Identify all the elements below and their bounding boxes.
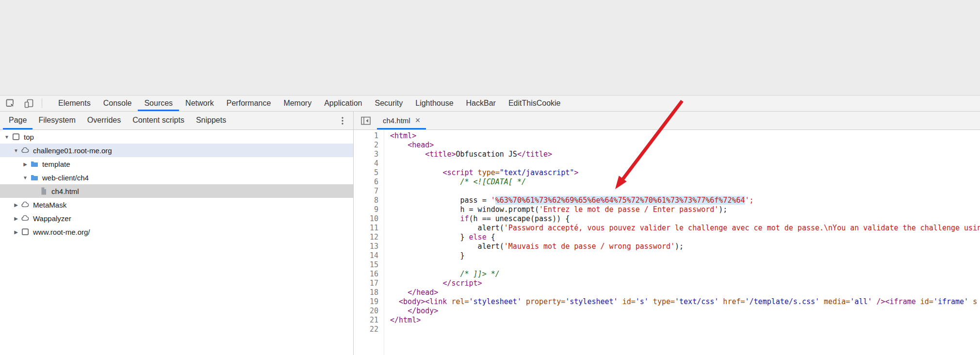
- screenshot-root: ElementsConsoleSourcesNetworkPerformance…: [0, 0, 980, 355]
- navigator-tab-page[interactable]: Page: [3, 112, 33, 129]
- device-toolbar-button[interactable]: [22, 97, 35, 110]
- line-number[interactable]: 17: [354, 279, 384, 288]
- cloud-icon: [21, 146, 30, 155]
- code-line: 8 pass = '%63%70%61%73%62%69%65%6e%64%75…: [354, 196, 980, 205]
- line-number[interactable]: 1: [354, 131, 384, 141]
- tab-performance[interactable]: Performance: [220, 96, 278, 111]
- cloud-icon: [21, 214, 30, 223]
- line-number[interactable]: 15: [354, 260, 384, 270]
- chevron-down-icon[interactable]: ▼: [21, 175, 29, 180]
- navigator-tab-overrides[interactable]: Overrides: [82, 112, 127, 129]
- sources-navigator-pane: PageFilesystemOverridesContent scriptsSn…: [0, 112, 354, 355]
- line-number[interactable]: 12: [354, 233, 384, 242]
- browser-page-background: [0, 0, 980, 95]
- code-content: 1<html>2 <head>3 <title>Obfuscation JS</…: [354, 131, 980, 334]
- tab-hackbar[interactable]: HackBar: [460, 96, 502, 111]
- line-number[interactable]: 11: [354, 224, 384, 233]
- device-toolbar-icon: [24, 98, 34, 109]
- line-number[interactable]: 13: [354, 242, 384, 251]
- inspect-element-button[interactable]: [4, 97, 16, 110]
- tree-item-www-root-me-org[interactable]: ▶www.root-me.org/: [0, 225, 353, 239]
- chevron-down-icon[interactable]: ▼: [12, 148, 20, 153]
- line-number[interactable]: 4: [354, 159, 384, 168]
- tab-console[interactable]: Console: [97, 96, 138, 111]
- editor-tab-ch4[interactable]: ch4.html ×: [377, 112, 426, 129]
- line-number[interactable]: 19: [354, 297, 384, 307]
- line-number[interactable]: 6: [354, 178, 384, 187]
- code-line-text: </body>: [384, 307, 438, 316]
- tree-item-template[interactable]: ▶template: [0, 157, 353, 171]
- chevron-down-icon[interactable]: ▼: [3, 134, 11, 140]
- code-line: 1<html>: [354, 131, 980, 141]
- line-number[interactable]: 21: [354, 316, 384, 325]
- kebab-icon: [339, 116, 346, 126]
- code-line: 21</html>: [354, 316, 980, 325]
- main-toolbar-tabs: ElementsConsoleSourcesNetworkPerformance…: [52, 96, 567, 111]
- line-number[interactable]: 5: [354, 168, 384, 178]
- navigator-tab-bar: PageFilesystemOverridesContent scriptsSn…: [0, 112, 353, 130]
- tree-item-top[interactable]: ▼top: [0, 130, 353, 144]
- line-number[interactable]: 10: [354, 214, 384, 224]
- code-line-text: <head>: [384, 141, 434, 150]
- devtools-toolbar: ElementsConsoleSourcesNetworkPerformance…: [0, 95, 980, 112]
- devtools-body: PageFilesystemOverridesContent scriptsSn…: [0, 112, 980, 355]
- navigator-tab-filesystem[interactable]: Filesystem: [33, 112, 81, 129]
- code-line-text: }: [384, 251, 465, 260]
- navigator-tab-snippets[interactable]: Snippets: [190, 112, 232, 129]
- folder-icon: [30, 173, 39, 182]
- navigator-tabs: PageFilesystemOverridesContent scriptsSn…: [3, 112, 232, 129]
- chevron-right-icon[interactable]: ▶: [12, 216, 20, 221]
- cloud-icon: [21, 200, 30, 209]
- navigator-tab-content-scripts[interactable]: Content scripts: [127, 112, 190, 129]
- tab-elements[interactable]: Elements: [52, 96, 97, 111]
- tab-security[interactable]: Security: [368, 96, 409, 111]
- tab-network[interactable]: Network: [179, 96, 220, 111]
- tab-application[interactable]: Application: [318, 96, 368, 111]
- chevron-right-icon[interactable]: ▶: [12, 202, 20, 208]
- line-number[interactable]: 3: [354, 150, 384, 159]
- frame-icon: [12, 132, 20, 141]
- editor-pane: ch4.html × 1<html>2 <head>3 <title>Obfus…: [354, 112, 980, 355]
- line-number[interactable]: 8: [354, 196, 384, 205]
- navigator-more-button[interactable]: [339, 116, 346, 126]
- file-icon: [39, 187, 48, 195]
- editor-tab-bar: ch4.html ×: [354, 112, 980, 130]
- tree-item-wappalyzer[interactable]: ▶Wappalyzer: [0, 211, 353, 225]
- code-line-text: if(h == unescape(pass)) {: [384, 214, 570, 224]
- tree-item-metamask[interactable]: ▶MetaMask: [0, 198, 353, 211]
- tree-item-ch4-html[interactable]: ch4.html: [0, 184, 353, 198]
- code-line: 7: [354, 187, 980, 196]
- tree-item-web-client-ch4[interactable]: ▼web-client/ch4: [0, 171, 353, 184]
- code-line-text: /* ]]> */: [384, 270, 500, 279]
- tab-sources[interactable]: Sources: [138, 96, 179, 111]
- code-line-text: </html>: [384, 316, 421, 325]
- tree-item-challenge01-root-me-org[interactable]: ▼challenge01.root-me.org: [0, 144, 353, 157]
- devtools-panel: ElementsConsoleSourcesNetworkPerformance…: [0, 95, 980, 355]
- code-line-text: [384, 260, 390, 270]
- line-number[interactable]: 20: [354, 307, 384, 316]
- tree-item-label: MetaMask: [33, 201, 66, 209]
- line-number[interactable]: 9: [354, 205, 384, 214]
- line-number[interactable]: 14: [354, 251, 384, 260]
- line-number[interactable]: 22: [354, 325, 384, 334]
- toggle-navigator-button[interactable]: [359, 114, 372, 127]
- code-editor: 1<html>2 <head>3 <title>Obfuscation JS</…: [354, 130, 980, 355]
- code-line: 13 alert('Mauvais mot de passe / wrong p…: [354, 242, 980, 251]
- code-line: 4: [354, 159, 980, 168]
- file-tree: ▼top▼challenge01.root-me.org▶template▼we…: [0, 130, 353, 355]
- tab-lighthouse[interactable]: Lighthouse: [409, 96, 459, 111]
- close-icon[interactable]: ×: [415, 116, 421, 125]
- tree-item-label: template: [42, 160, 70, 168]
- chevron-right-icon[interactable]: ▶: [21, 161, 29, 167]
- code-line-text: <html>: [384, 131, 416, 141]
- tab-editthiscookie[interactable]: EditThisCookie: [502, 96, 567, 111]
- tab-memory[interactable]: Memory: [277, 96, 318, 111]
- line-number[interactable]: 2: [354, 141, 384, 150]
- code-line: 15: [354, 260, 980, 270]
- line-number[interactable]: 16: [354, 270, 384, 279]
- line-number[interactable]: 18: [354, 288, 384, 297]
- folder-icon: [30, 160, 39, 168]
- line-number[interactable]: 7: [354, 187, 384, 196]
- editor-tab-label: ch4.html: [383, 116, 410, 125]
- chevron-right-icon[interactable]: ▶: [12, 229, 20, 235]
